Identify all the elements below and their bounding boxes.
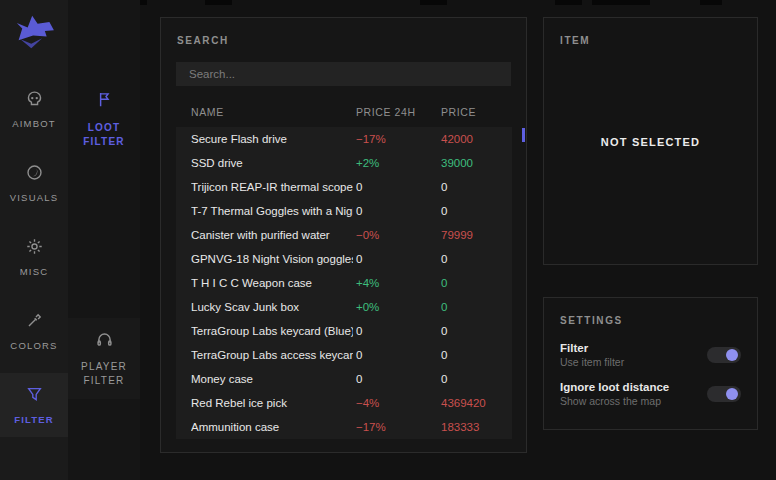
search-section-title: SEARCH [177, 35, 229, 46]
table-row[interactable]: TerraGroup Labs access keycard 0 0 [176, 343, 512, 367]
item-price: 0 [441, 271, 447, 295]
scrollbar-thumb[interactable] [522, 128, 525, 142]
headphones-icon [95, 334, 114, 351]
table-row[interactable]: Secure Flash drive −17% 42000 [176, 127, 512, 151]
setting-text: Ignore loot distance Show across the map [560, 381, 669, 407]
subnav-item-loot-filter[interactable]: LOOT FILTER [68, 78, 140, 160]
item-price: 0 [441, 247, 447, 271]
table-row[interactable]: Lucky Scav Junk box +0% 0 [176, 295, 512, 319]
item-change-24h: 0 [356, 175, 362, 199]
settings-panel-title: SETTINGS [560, 315, 741, 326]
item-change-24h: 0 [356, 319, 362, 343]
column-header-name: NAME [191, 106, 224, 118]
toggle-knob [726, 349, 738, 361]
item-panel-title: ITEM [560, 35, 590, 46]
item-name: TerraGroup Labs keycard (Blue) [191, 319, 353, 343]
item-name: SSD drive [191, 151, 353, 175]
table-row[interactable]: T H I C C Weapon case +4% 0 [176, 271, 512, 295]
item-price: 0 [441, 295, 447, 319]
table-row[interactable]: Money case 0 0 [176, 367, 512, 391]
item-change-24h: 0 [356, 343, 362, 367]
background-artifact [592, 0, 650, 5]
filter-subnav: LOOT FILTER PLAYER FILTER [68, 0, 140, 480]
table-row[interactable]: TerraGroup Labs keycard (Blue) 0 0 [176, 319, 512, 343]
item-name: Trijicon REAP-IR thermal scope [191, 175, 353, 199]
item-change-24h: −0% [356, 223, 379, 247]
sidebar-item-misc[interactable]: MISC [0, 225, 68, 289]
table-row[interactable]: Red Rebel ice pick −4% 4369420 [176, 391, 512, 415]
setting-row-filter: Filter Use item filter [560, 342, 741, 368]
column-header-price24h: PRICE 24H [356, 106, 416, 118]
toggle-knob [726, 388, 738, 400]
item-name: GPNVG-18 Night Vision goggles [191, 247, 353, 271]
setting-description: Use item filter [560, 356, 624, 368]
item-name: Canister with purified water [191, 223, 353, 247]
setting-label: Filter [560, 342, 624, 354]
table-row[interactable]: Canister with purified water −0% 79999 [176, 223, 512, 247]
column-header-price: PRICE [441, 106, 476, 118]
item-panel: ITEM NOT SELECTED [543, 17, 758, 265]
item-change-24h: +2% [356, 151, 379, 175]
table-row[interactable]: Trijicon REAP-IR thermal scope 0 0 [176, 175, 512, 199]
item-change-24h: 0 [356, 247, 362, 271]
item-name: Secure Flash drive [191, 127, 353, 151]
item-change-24h: +0% [356, 295, 379, 319]
table-header: NAME PRICE 24H PRICE [176, 106, 511, 122]
item-price: 0 [441, 319, 447, 343]
item-price: 4369420 [441, 391, 486, 415]
loot-filter-screen: { "colors": { "accent": "#5e5fe0", "acce… [0, 0, 776, 480]
item-empty-state: NOT SELECTED [544, 136, 757, 148]
settings-panel: SETTINGS Filter Use item filter Ignore l… [543, 297, 758, 430]
moon-icon [26, 164, 43, 182]
subnav-item-player-filter[interactable]: PLAYER FILTER [68, 318, 140, 399]
item-name: TerraGroup Labs access keycard [191, 343, 353, 367]
setting-label: Ignore loot distance [560, 381, 669, 393]
gear-icon [26, 238, 43, 256]
item-price: 0 [441, 199, 447, 223]
funnel-icon [26, 386, 43, 404]
sidebar: AIMBOT VISUALS MISC COLORS FILTER [0, 0, 68, 480]
app-logo [0, 0, 68, 51]
sidebar-item-colors[interactable]: COLORS [0, 299, 68, 363]
sidebar-item-filter[interactable]: FILTER [0, 373, 68, 437]
table-row[interactable]: SSD drive +2% 39000 [176, 151, 512, 175]
background-artifact [555, 0, 582, 5]
item-name: T-7 Thermal Goggles with a Night [191, 199, 353, 223]
search-panel: SEARCH NAME PRICE 24H PRICE Secure Flash… [160, 17, 527, 453]
item-price: 0 [441, 175, 447, 199]
item-price: 79999 [441, 223, 473, 247]
search-input[interactable] [176, 62, 511, 86]
background-artifact [205, 0, 232, 5]
table-row[interactable]: T-7 Thermal Goggles with a Night 0 0 [176, 199, 512, 223]
item-change-24h: +4% [356, 271, 379, 295]
flag-icon [95, 95, 113, 112]
sidebar-item-visuals[interactable]: VISUALS [0, 151, 68, 215]
wolf-logo-icon [12, 13, 56, 51]
settings-list: Filter Use item filter Ignore loot dista… [560, 342, 741, 407]
setting-row-ignore-loot-distance: Ignore loot distance Show across the map [560, 381, 741, 407]
item-price: 0 [441, 367, 447, 391]
table-row[interactable]: Ammunition case −17% 183333 [176, 415, 512, 439]
background-artifact [420, 0, 447, 5]
toggle-ignore-loot-distance[interactable] [707, 386, 741, 402]
table-row[interactable]: GPNVG-18 Night Vision goggles 0 0 [176, 247, 512, 271]
item-price: 0 [441, 343, 447, 367]
background-artifact [700, 0, 722, 5]
item-name: Ammunition case [191, 415, 353, 439]
item-change-24h: −4% [356, 391, 379, 415]
item-change-24h: −17% [356, 127, 386, 151]
sidebar-item-aimbot[interactable]: AIMBOT [0, 77, 68, 141]
item-table: Secure Flash drive −17% 42000 SSD drive … [176, 127, 512, 439]
item-change-24h: −17% [356, 415, 386, 439]
item-name: Lucky Scav Junk box [191, 295, 353, 319]
eyedropper-icon [26, 312, 43, 330]
setting-text: Filter Use item filter [560, 342, 624, 368]
item-name: T H I C C Weapon case [191, 271, 353, 295]
item-change-24h: 0 [356, 367, 362, 391]
toggle-filter[interactable] [707, 347, 741, 363]
item-price: 42000 [441, 127, 473, 151]
sidebar-nav: AIMBOT VISUALS MISC COLORS FILTER [0, 77, 68, 437]
item-change-24h: 0 [356, 199, 362, 223]
item-name: Red Rebel ice pick [191, 391, 353, 415]
item-name: Money case [191, 367, 353, 391]
